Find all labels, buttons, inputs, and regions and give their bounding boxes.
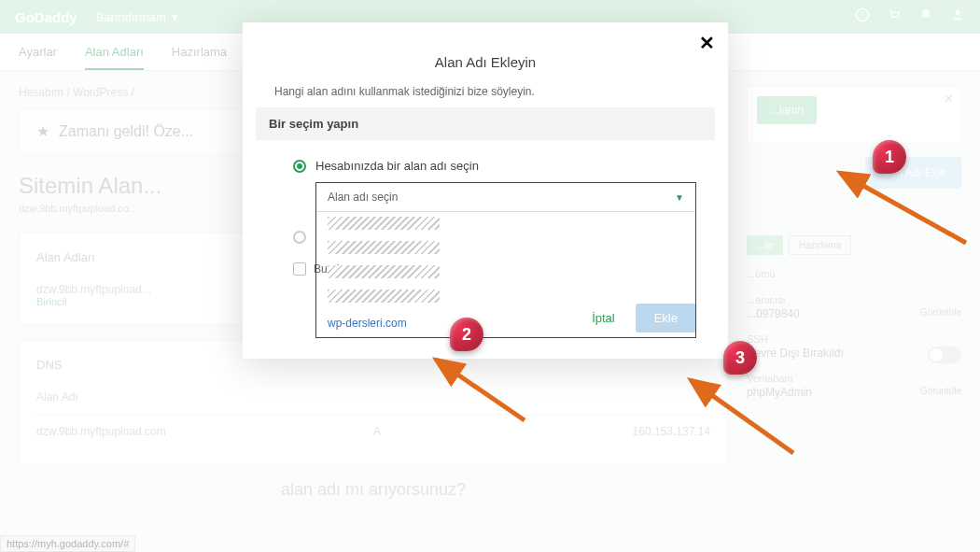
modal-subtitle: Hangi alan adını kullanmak istediğinizi … [274, 85, 696, 98]
domain-dropdown[interactable]: Alan adı seçin ▼ wp-dersleri.com [315, 182, 696, 338]
radio-label: Hesabınızda bir alan adı seçin [315, 159, 479, 173]
dropdown-option[interactable] [316, 261, 695, 285]
checkbox-icon [293, 262, 306, 276]
svg-line-5 [691, 380, 793, 453]
dropdown-option[interactable] [316, 212, 695, 236]
dropdown-option[interactable] [316, 236, 695, 261]
radio-account-domain[interactable]: Hesabınızda bir alan adı seçin [293, 159, 696, 173]
callout-2: 2 [450, 318, 483, 351]
add-domain-modal: ✕ Alan Adı Ekleyin Hangi alan adını kull… [243, 22, 728, 359]
callout-1: 1 [873, 140, 906, 174]
svg-line-4 [436, 360, 525, 420]
caret-down-icon: ▼ [675, 192, 684, 203]
callout-3: 3 [723, 341, 757, 375]
svg-line-3 [840, 173, 966, 243]
modal-title: Alan Adı Ekleyin [274, 54, 696, 70]
dropdown-placeholder: Alan adı seçin [328, 191, 398, 204]
radio-icon [293, 160, 306, 173]
radio-icon[interactable] [293, 231, 306, 244]
dropdown-option[interactable] [316, 285, 695, 309]
dropdown-option-selected[interactable]: wp-dersleri.com [316, 309, 695, 337]
close-icon[interactable]: ✕ [699, 32, 715, 54]
modal-section-header: Bir seçim yapın [256, 107, 715, 140]
dropdown-list: wp-dersleri.com [316, 211, 695, 337]
